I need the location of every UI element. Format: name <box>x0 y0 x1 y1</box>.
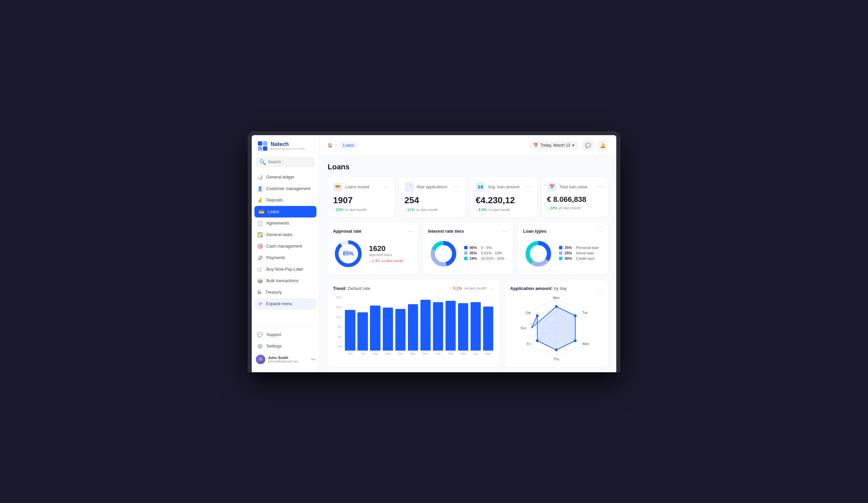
donut-container: 85% <box>333 239 363 269</box>
sidebar-item-settings[interactable]: ⚙️ Settings <box>252 340 319 352</box>
legend-pct: 35% <box>469 251 479 255</box>
date-text: Today, March 13 <box>540 143 570 148</box>
bar <box>408 304 418 350</box>
search-input[interactable] <box>268 159 312 164</box>
metric-header: 📄 New applications ⋯ <box>404 182 461 192</box>
bar <box>370 305 380 350</box>
legend-dot <box>464 246 467 249</box>
metric-label: Avg. loan amount <box>488 185 519 189</box>
sidebar-item-label: Settings <box>266 344 281 348</box>
app-subtitle: BANKING SOLUTIONS <box>271 147 305 150</box>
breadcrumb-sep: › <box>335 143 337 148</box>
metric-more-button[interactable]: ⋯ <box>597 184 603 190</box>
svg-point-35 <box>574 339 577 342</box>
user-name: John Smith <box>268 356 308 360</box>
radar-title: Application amount: by day <box>510 286 567 291</box>
metric-card-new-applications: 📄 New applications ⋯ 254 ↑ 11% vs last m… <box>399 177 466 217</box>
sidebar-item-expand-menu[interactable]: ⟳ Expand menu <box>255 298 317 310</box>
user-email: johnsmith@email.com <box>268 360 308 363</box>
trend-title: Trend: Default rate <box>333 286 371 291</box>
trend-change: ↑ 3.1% <box>450 286 462 290</box>
logo-text: Natech BANKING SOLUTIONS <box>271 141 305 150</box>
svg-text:Fri: Fri <box>527 342 531 346</box>
main-content: 🏠 › Loans 📅 Today, March 13 ▾ 💬 🔔 <box>320 135 616 372</box>
sidebar-item-customer-management[interactable]: 👤 Customer management <box>252 183 319 195</box>
metric-value: € 8.066,838 <box>547 195 603 204</box>
change-indicator: ↑ 11% <box>404 208 415 212</box>
svg-rect-3 <box>263 146 267 151</box>
sidebar-item-label: Bulk transactions <box>266 279 299 283</box>
svg-text:Thu: Thu <box>554 357 559 361</box>
bar <box>458 303 468 350</box>
svg-text:Wed: Wed <box>582 342 589 346</box>
svg-rect-1 <box>263 141 267 146</box>
change-indicator: ↑ 22% <box>333 208 343 212</box>
bar <box>445 301 456 350</box>
sidebar-item-general-tasks[interactable]: ✅ General tasks <box>252 229 319 241</box>
bar <box>483 306 493 350</box>
sidebar-item-payments[interactable]: 💸 Payments <box>252 252 319 263</box>
sidebar-item-deposits[interactable]: 💰 Deposits <box>252 195 319 206</box>
metric-more-button[interactable]: ⋯ <box>526 184 531 190</box>
chart-more-button[interactable]: ⋯ <box>407 228 413 234</box>
bar <box>421 300 431 350</box>
metric-value: 1907 <box>333 195 389 206</box>
customer-management-icon: 👤 <box>257 186 263 191</box>
radar-more-button[interactable]: ⋯ <box>597 285 603 292</box>
legend-label: 10.01% - 15% <box>481 256 505 261</box>
chart-more-button[interactable]: ⋯ <box>502 228 507 234</box>
sidebar-item-agreements[interactable]: 📋 Agreements <box>252 218 319 229</box>
metric-icon: 📅 <box>547 182 557 192</box>
logout-icon[interactable]: ↪ <box>311 357 315 362</box>
home-icon[interactable]: 🏠 <box>328 143 333 148</box>
x-label: Apr <box>469 352 482 355</box>
chart-more-button[interactable]: ⋯ <box>597 228 603 234</box>
trend-more-button[interactable]: ⋯ <box>489 285 495 292</box>
sidebar-item-loans[interactable]: 💳 Loans <box>255 206 317 218</box>
chart-title: Loan types <box>523 229 547 234</box>
x-label: Oct <box>394 352 406 355</box>
date-pill[interactable]: 📅 Today, March 13 ▾ <box>529 141 578 150</box>
legend-item: 35% 5.01% - 10% <box>464 251 505 255</box>
sidebar-item-cash-management[interactable]: 🎯 Cash management <box>252 241 319 252</box>
metric-value: 254 <box>404 195 461 206</box>
interest-tiers-content: 46% 0 - 5% 35% 5.01% - 10% <box>428 239 508 269</box>
x-label: May <box>482 352 495 355</box>
sidebar-item-bnpl[interactable]: 🛒 Buy-Now-Pay-Later <box>252 263 319 275</box>
deposits-icon: 💰 <box>257 198 263 203</box>
support-icon: 💬 <box>257 332 263 337</box>
notifications-button[interactable]: 🔔 <box>597 140 608 151</box>
sidebar: Natech BANKING SOLUTIONS 🔍 📊 General led… <box>252 135 320 372</box>
metric-title-row: 💶 Avg. loan amount <box>476 182 519 192</box>
approval-count: 1620 <box>369 244 413 253</box>
metric-change: ↑ 22% vs last month <box>333 208 389 212</box>
metric-label: Total loan value <box>559 185 588 189</box>
x-label: Sep <box>382 352 394 355</box>
x-label: Jan <box>432 352 444 355</box>
sidebar-item-general-ledger[interactable]: 📊 General ledger <box>252 171 319 183</box>
legend-pct: 19% <box>469 256 479 261</box>
bottom-card-trend: Trend: Default rate ↑ 3.1% vs last month… <box>328 280 500 367</box>
search-box[interactable]: 🔍 <box>256 157 315 167</box>
sidebar-item-support[interactable]: 💬 Support <box>252 329 319 340</box>
metric-label: New applications <box>417 185 447 189</box>
sidebar-item-label: Deposits <box>266 198 283 202</box>
metric-more-button[interactable]: ⋯ <box>383 184 389 190</box>
y-tick: 20% <box>333 296 342 299</box>
page-title: Loans <box>328 163 608 171</box>
sidebar-item-label: Payments <box>266 255 285 260</box>
sidebar-item-bulk-transactions[interactable]: 📦 Bulk transactions <box>252 275 319 286</box>
donut-label: 85% <box>343 251 354 257</box>
radar-header: Application amount: by day ⋯ <box>510 285 603 292</box>
x-label: Jul <box>356 352 369 355</box>
y-tick: 8% <box>333 325 342 328</box>
sidebar-item-treasury[interactable]: 🏛 Treasury <box>252 286 319 298</box>
messages-button[interactable]: 💬 <box>582 140 593 151</box>
sidebar-item-label: Support <box>266 332 281 337</box>
loan-types-donut <box>523 239 554 269</box>
metric-card-loans-issued: 💳 Loans issued ⋯ 1907 ↑ 22% vs last mont… <box>328 177 394 217</box>
svg-point-34 <box>574 314 577 317</box>
treasury-icon: 🏛 <box>257 290 262 295</box>
change-text: vs last month <box>559 206 581 210</box>
metric-more-button[interactable]: ⋯ <box>455 184 460 190</box>
